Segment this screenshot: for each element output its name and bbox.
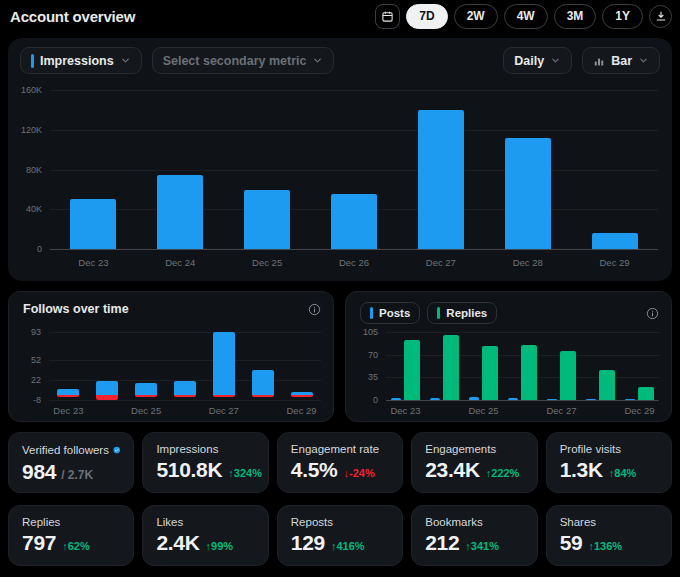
follows-title: Follows over time [23,302,129,316]
primary-metric-dropdown[interactable]: Impressions [20,47,142,74]
info-icon[interactable] [646,307,659,320]
stat-card-profile-visits: Profile visits1.3K↑84% [546,432,672,493]
bar-follows-dec-26[interactable] [174,381,196,395]
bar-slot-dec-24 [425,332,464,400]
y-axis: 160K120K80K40K0 [20,90,46,249]
replies-accent-bar [437,307,440,319]
bar-slot-dec-24 [88,332,127,400]
stat-card-likes: Likes2.4K↑99% [142,505,268,566]
bar-replies-dec-25[interactable] [482,346,498,400]
download-button[interactable] [649,5,672,28]
analytics-page: Account overview 7D2W4W3M1Y Impressions [0,0,680,577]
y-axis-label: -8 [33,395,41,405]
legend-chip-replies[interactable]: Replies [427,302,497,324]
x-axis-label: Dec 23 [78,257,108,268]
stat-value: 4.5% [291,458,338,482]
stat-label-row: Profile visits [560,443,658,455]
stat-value-row: 23.4K↑222% [425,458,523,482]
bar-follows-dec-23[interactable] [57,389,79,394]
interval-dropdown[interactable]: Daily [503,47,572,74]
bar-slot-dec-23 [386,332,425,400]
bar-posts-dec-26[interactable] [508,398,518,400]
bar-replies-dec-23[interactable] [404,340,420,400]
bar-posts-dec-24[interactable] [430,398,440,400]
gridline [386,400,659,401]
range-button-1y[interactable]: 1Y [602,4,643,29]
range-button-2w[interactable]: 2W [454,4,498,29]
x-axis-label: Dec 28 [513,257,543,268]
stat-card-engagement-rate: Engagement rate4.5%↓-24% [277,432,403,493]
stat-label-row: Verified followers [22,443,120,457]
y-axis-label: 120K [21,125,42,135]
stat-card-reposts: Reposts129↑416% [277,505,403,566]
bar-replies-dec-27[interactable] [560,351,576,400]
stat-label: Replies [22,516,60,528]
stat-label: Reposts [291,516,333,528]
bar-dec-27[interactable] [418,110,464,249]
range-button-3m[interactable]: 3M [554,4,597,29]
stat-label-row: Shares [560,516,658,528]
bar-posts-dec-28[interactable] [586,399,596,400]
bar-unfollows-dec-28[interactable] [252,395,274,398]
bar-unfollows-dec-24[interactable] [96,395,118,400]
stat-value: 129 [291,531,325,555]
bar-follows-dec-28[interactable] [252,370,274,395]
page-header: Account overview 7D2W4W3M1Y [0,0,680,32]
bar-slot-dec-27 [542,332,581,400]
bar-unfollows-dec-29[interactable] [291,395,313,397]
bar-posts-dec-25[interactable] [469,397,479,400]
stat-delta: ↑62% [62,540,90,552]
stat-label: Shares [560,516,596,528]
follows-chart: 935222-8 Dec 23Dec 25Dec 27Dec 29 [19,328,325,418]
posts-accent-bar [370,307,373,319]
bar-follows-dec-27[interactable] [213,332,235,395]
impressions-chart: 160K120K80K40K0 Dec 23Dec 24Dec 25Dec 26… [20,82,660,275]
bar-dec-26[interactable] [331,194,377,249]
bar-dec-23[interactable] [70,199,116,249]
bar-unfollows-dec-27[interactable] [213,395,235,397]
bar-dec-28[interactable] [505,138,551,249]
range-button-4w[interactable]: 4W [504,4,548,29]
bar-chart-icon [593,55,605,67]
stat-value-row: 212↑341% [425,531,523,555]
impressions-panel: Impressions Select secondary metric Dail… [8,38,672,281]
stat-label: Profile visits [560,443,621,455]
bar-unfollows-dec-23[interactable] [57,395,79,398]
stat-label-row: Bookmarks [425,516,523,528]
stat-card-verified-followers: Verified followers984/ 2.7K [8,432,134,493]
chart-type-dropdown[interactable]: Bar [582,47,660,74]
stat-label: Verified followers [22,444,109,456]
range-button-7d[interactable]: 7D [406,4,447,29]
stat-secondary-value: / 2.7K [61,468,93,482]
legend-replies-label: Replies [446,307,487,319]
download-icon [655,10,667,22]
bar-posts-dec-29[interactable] [625,399,635,400]
bar-replies-dec-24[interactable] [443,335,459,400]
stat-label: Engagements [425,443,496,455]
bar-follows-dec-24[interactable] [96,381,118,394]
bar-slot-dec-26 [311,90,398,249]
secondary-metric-dropdown[interactable]: Select secondary metric [152,47,335,74]
bar-slot-dec-25 [127,332,166,400]
bar-posts-dec-23[interactable] [391,398,401,400]
bar-dec-29[interactable] [592,233,638,249]
y-axis-label: 105 [363,327,378,337]
y-axis-label: 40K [26,204,42,214]
bar-unfollows-dec-25[interactable] [135,395,157,397]
x-axis-label: Dec 29 [624,405,654,416]
bar-replies-dec-29[interactable] [638,387,654,400]
calendar-button[interactable] [375,4,400,29]
bar-dec-25[interactable] [244,190,290,249]
bar-posts-dec-27[interactable] [547,399,557,400]
bar-unfollows-dec-26[interactable] [174,395,196,397]
bar-slot-dec-28 [581,332,620,400]
stat-value-row: 129↑416% [291,531,389,555]
bar-replies-dec-26[interactable] [521,345,537,400]
bar-dec-24[interactable] [157,175,203,249]
info-icon[interactable] [308,303,321,316]
bar-follows-dec-25[interactable] [135,383,157,394]
bar-replies-dec-28[interactable] [599,370,615,400]
legend-chip-posts[interactable]: Posts [360,302,420,324]
header-controls: 7D2W4W3M1Y [375,4,672,29]
stat-value-row: 984/ 2.7K [22,460,120,484]
